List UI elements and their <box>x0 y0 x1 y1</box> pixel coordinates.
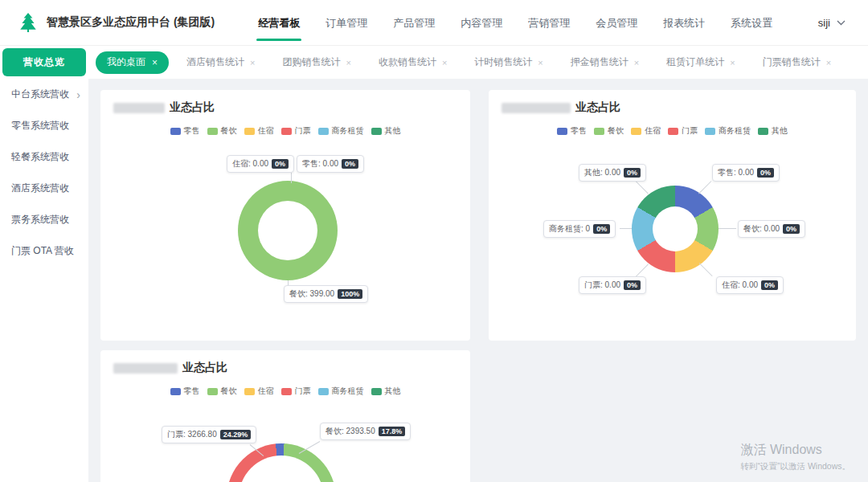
legend-color-chip <box>594 128 604 135</box>
legend-label: 门票 <box>295 386 311 397</box>
legend-item-retail[interactable]: 零售 <box>170 125 200 137</box>
main-nav: 经营看板 订单管理 产品管理 内容管理 营销管理 会员管理 报表统计 系统设置 <box>245 0 785 46</box>
tab-label: 押金销售统计 <box>571 55 628 69</box>
callout-tickets: 门票: 0.00 0% <box>579 276 646 294</box>
legend-label: 门票 <box>295 125 311 137</box>
tab-my-desktop[interactable]: 我的桌面 × <box>96 51 169 74</box>
sidebar-item-retail-revenue[interactable]: 零售系统营收 <box>0 110 88 141</box>
app-header: 智慧景区多业态应用中台 (集团版) 经营看板 订单管理 产品管理 内容管理 营销… <box>0 0 868 46</box>
legend-color-chip <box>207 128 218 135</box>
tab-group-buy-sales[interactable]: 团购销售统计 × <box>282 55 350 69</box>
nav-item-dashboard[interactable]: 经营看板 <box>245 0 313 46</box>
nav-item-orders[interactable]: 订单管理 <box>313 0 380 46</box>
callout-text: 餐饮: 2393.50 <box>326 426 375 437</box>
leader-line <box>620 228 632 229</box>
nav-item-members[interactable]: 会员管理 <box>583 0 650 46</box>
leader-line <box>291 173 292 183</box>
legend-label: 餐饮 <box>608 125 624 137</box>
tab-ticket-sales[interactable]: 门票销售统计 × <box>763 55 831 69</box>
sidebar-item-hotel-revenue[interactable]: 酒店系统营收 <box>0 173 88 204</box>
tab-hotel-sales[interactable]: 酒店销售统计 × <box>186 55 255 69</box>
legend-item-other[interactable]: 其他 <box>758 125 788 137</box>
legend-color-chip <box>557 128 567 135</box>
donut-chart-3 <box>227 443 336 482</box>
legend-item-leasing[interactable]: 商务租赁 <box>705 125 751 137</box>
callout-pct-badge: 0% <box>761 280 778 290</box>
legend-item-other[interactable]: 其他 <box>371 386 401 397</box>
legend-color-chip <box>207 388 218 395</box>
callout-dining: 餐饮: 2393.50 17.8% <box>320 423 411 440</box>
user-menu[interactable]: siji <box>818 17 845 29</box>
legend-label: 餐饮 <box>221 386 237 397</box>
legend-item-retail[interactable]: 零售 <box>170 386 200 397</box>
legend-item-lodging[interactable]: 住宿 <box>244 125 274 137</box>
chart-1-legend: 零售 餐饮 住宿 门票 商务租赁 其他 <box>100 125 470 137</box>
tab-payment-sales[interactable]: 收款销售统计 × <box>379 55 447 69</box>
nav-item-products[interactable]: 产品管理 <box>380 0 448 46</box>
chart-1-title: 业态占比 <box>113 100 215 115</box>
sidebar-item-ticketing-revenue[interactable]: 票务系统营收 <box>0 204 88 235</box>
tab-label: 租赁订单统计 <box>666 55 724 69</box>
tab-label: 酒店销售统计 <box>186 55 244 69</box>
legend-item-lodging[interactable]: 住宿 <box>244 386 274 397</box>
legend-item-retail[interactable]: 零售 <box>557 125 587 137</box>
legend-label: 零售 <box>184 386 200 397</box>
chart-card-2: 业态占比 零售 餐饮 住宿 门票 商务租赁 其他 其他: 0.00 0% 零售:… <box>489 90 856 341</box>
legend-color-chip <box>318 388 329 395</box>
legend-item-dining[interactable]: 餐饮 <box>594 125 624 137</box>
callout-text: 门票: 3266.80 <box>167 429 217 440</box>
tab-rental-orders[interactable]: 租赁订单统计 × <box>666 55 735 69</box>
legend-label: 商务租赁 <box>332 125 364 137</box>
nav-item-reports[interactable]: 报表统计 <box>650 0 718 46</box>
sidebar: 中台系统营收 › 零售系统营收 轻餐系统营收 酒店系统营收 票务系统营收 门票 … <box>0 79 88 482</box>
legend-label: 零售 <box>571 125 587 137</box>
close-icon[interactable]: × <box>442 58 447 67</box>
tab-timed-sales[interactable]: 计时销售统计 × <box>474 55 542 69</box>
callout-text: 住宿: 0.00 <box>722 280 758 291</box>
close-icon[interactable]: × <box>730 58 735 67</box>
nav-item-content[interactable]: 内容管理 <box>448 0 515 46</box>
legend-item-tickets[interactable]: 门票 <box>668 125 698 137</box>
legend-color-chip <box>758 128 768 135</box>
close-icon[interactable]: × <box>250 58 255 67</box>
callout-pct-badge: 0% <box>624 280 641 290</box>
sidebar-item-ota-revenue[interactable]: 门票 OTA 营收 <box>0 235 88 267</box>
legend-color-chip <box>668 128 678 135</box>
close-icon[interactable]: × <box>346 58 350 67</box>
close-icon[interactable]: × <box>538 58 542 67</box>
legend-item-tickets[interactable]: 门票 <box>281 125 311 137</box>
callout-text: 餐饮: 399.00 <box>289 288 334 300</box>
callout-retail: 零售: 0.00 0% <box>297 155 364 173</box>
sidebar-item-lightmeal-revenue[interactable]: 轻餐系统营收 <box>0 141 88 173</box>
close-icon[interactable]: × <box>634 58 639 67</box>
chart-3-legend: 零售 餐饮 住宿 门票 商务租赁 其他 <box>100 386 470 397</box>
chart-2-title: 业态占比 <box>502 100 620 115</box>
callout-dining: 餐饮: 399.00 100% <box>284 285 368 303</box>
sidebar-item-label: 轻餐系统营收 <box>11 150 69 164</box>
legend-item-leasing[interactable]: 商务租赁 <box>318 386 364 397</box>
legend-item-tickets[interactable]: 门票 <box>281 386 311 397</box>
callout-pct-badge: 0% <box>342 159 358 169</box>
legend-item-dining[interactable]: 餐饮 <box>207 125 237 137</box>
callout-text: 零售: 0.00 <box>302 158 338 170</box>
sidebar-item-label: 门票 OTA 营收 <box>11 244 74 258</box>
nav-item-marketing[interactable]: 营销管理 <box>515 0 583 46</box>
sidebar-item-midplatform-revenue[interactable]: 中台系统营收 › <box>0 79 88 110</box>
revenue-overview-button[interactable]: 营收总览 <box>2 48 86 76</box>
legend-color-chip <box>631 128 641 135</box>
chevron-down-icon <box>837 20 845 26</box>
legend-label: 住宿 <box>645 125 661 137</box>
donut-chart-2 <box>632 186 719 272</box>
legend-item-leasing[interactable]: 商务租赁 <box>318 125 364 137</box>
close-icon[interactable]: × <box>826 58 831 67</box>
tab-deposit-sales[interactable]: 押金销售统计 × <box>571 55 639 69</box>
chart-title-text: 业态占比 <box>182 361 227 375</box>
legend-item-dining[interactable]: 餐饮 <box>207 386 237 397</box>
legend-item-other[interactable]: 其他 <box>371 125 401 137</box>
nav-item-settings[interactable]: 系统设置 <box>718 0 785 46</box>
legend-color-chip <box>371 388 382 395</box>
chart-2-legend: 零售 餐饮 住宿 门票 商务租赁 其他 <box>489 125 856 137</box>
legend-item-lodging[interactable]: 住宿 <box>631 125 661 137</box>
tab-label: 收款销售统计 <box>379 55 436 69</box>
close-icon[interactable]: × <box>152 57 158 68</box>
